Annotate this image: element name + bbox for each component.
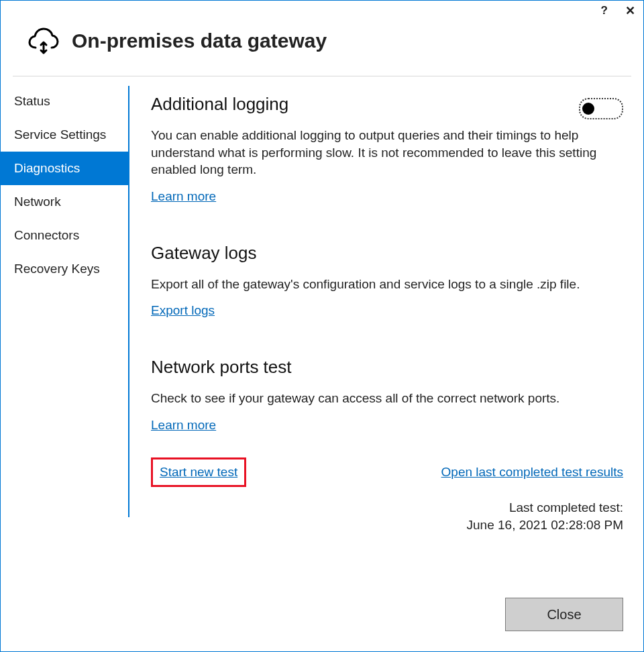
ports-learn-more-link[interactable]: Learn more (151, 418, 216, 432)
toggle-knob-icon (582, 103, 594, 115)
header: On-premises data gateway (1, 21, 643, 76)
sidebar-item-recovery-keys[interactable]: Recovery Keys (1, 252, 128, 286)
page-title: On-premises data gateway (72, 30, 327, 52)
sidebar-item-diagnostics[interactable]: Diagnostics (1, 152, 128, 185)
logging-title: Additional logging (151, 93, 288, 116)
export-logs-link[interactable]: Export logs (151, 303, 215, 317)
body: Status Service Settings Diagnostics Netw… (1, 83, 643, 598)
last-completed-test: Last completed test: June 16, 2021 02:28… (151, 499, 623, 533)
divider (13, 76, 631, 76)
cloud-gateway-icon (28, 25, 60, 57)
sidebar: Status Service Settings Diagnostics Netw… (1, 83, 128, 598)
close-icon[interactable]: ✕ (625, 3, 635, 18)
help-icon[interactable]: ? (601, 4, 608, 17)
titlebar: ? ✕ (1, 1, 643, 21)
gateway-logs-desc: Export all of the gateway's configuratio… (151, 276, 623, 293)
section-ports-test: Network ports test Check to see if your … (151, 356, 623, 533)
close-button[interactable]: Close (505, 598, 623, 631)
start-new-test-highlight: Start new test (151, 457, 246, 487)
sidebar-item-connectors[interactable]: Connectors (1, 219, 128, 252)
footer: Close (1, 598, 643, 651)
main-content: Additional logging You can enable additi… (129, 83, 643, 598)
gateway-logs-title: Gateway logs (151, 241, 623, 265)
logging-toggle[interactable] (579, 98, 623, 119)
sidebar-item-network[interactable]: Network (1, 185, 128, 219)
gateway-window: ? ✕ On-premises data gateway Status Serv… (0, 0, 644, 652)
sidebar-item-status[interactable]: Status (1, 85, 128, 118)
ports-actions-row: Start new test Open last completed test … (151, 457, 623, 487)
ports-desc: Check to see if your gateway can access … (151, 390, 623, 407)
sidebar-item-service-settings[interactable]: Service Settings (1, 118, 128, 152)
logging-desc: You can enable additional logging to out… (151, 127, 623, 178)
section-gateway-logs: Gateway logs Export all of the gateway's… (151, 241, 623, 319)
section-additional-logging: Additional logging You can enable additi… (151, 93, 623, 205)
start-new-test-link[interactable]: Start new test (160, 465, 237, 479)
last-test-label: Last completed test: (151, 499, 623, 517)
ports-title: Network ports test (151, 356, 623, 379)
open-last-results-link[interactable]: Open last completed test results (441, 464, 623, 481)
last-test-value: June 16, 2021 02:28:08 PM (151, 517, 623, 534)
logging-learn-more-link[interactable]: Learn more (151, 189, 216, 203)
